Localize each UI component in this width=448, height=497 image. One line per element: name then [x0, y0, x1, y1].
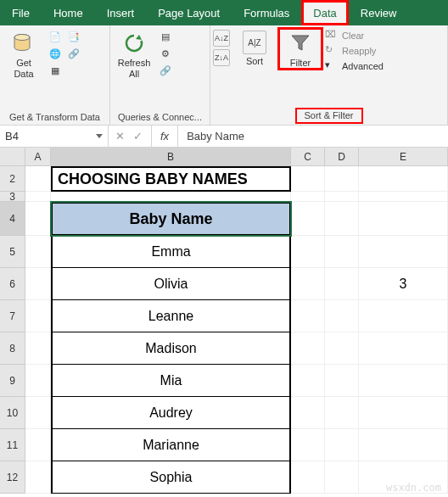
- sort-az-za: A↓Z A|Z Sort Z↓A: [213, 29, 276, 67]
- table-row[interactable]: Madison: [51, 332, 291, 365]
- tab-review[interactable]: Review: [349, 0, 409, 25]
- from-text-button[interactable]: 📄: [47, 29, 64, 44]
- funnel-reapply-icon: ↻: [325, 44, 339, 58]
- properties-icon: ⚙: [159, 47, 172, 60]
- queries-button[interactable]: ▤: [157, 29, 174, 44]
- get-data-button[interactable]: Get Data: [3, 29, 45, 79]
- worksheet-grid: 2 3 4 5 6 7 8 9 10 11 12 CHOOSING BABY N…: [0, 166, 448, 494]
- rowhead-6[interactable]: 6: [0, 268, 25, 300]
- filter-button[interactable]: Filter: [279, 29, 322, 69]
- table-row[interactable]: Mia: [51, 365, 291, 397]
- table-row[interactable]: Marianne: [51, 429, 291, 461]
- refresh-all-button[interactable]: Refresh All: [113, 29, 155, 79]
- list-icon: ▤: [159, 30, 172, 43]
- group-label-sort-filter: Sort & Filter: [296, 109, 362, 123]
- formula-bar-row: B4 ✕ ✓ fx Baby Name: [0, 126, 448, 148]
- edit-links-button[interactable]: 🔗: [157, 63, 174, 78]
- reapply-button[interactable]: ↻Reapply: [325, 44, 384, 58]
- watermark: wsxdn.com: [386, 482, 441, 494]
- ribbon-tabs: File Home Insert Page Layout Formulas Da…: [0, 0, 448, 25]
- web-icon: 🌐: [48, 47, 62, 60]
- svg-point-1: [14, 35, 30, 41]
- existing-conn-button[interactable]: 🔗: [65, 46, 82, 61]
- sort-az-button[interactable]: A↓Z: [213, 30, 230, 47]
- rowhead-2[interactable]: 2: [0, 166, 25, 192]
- connection-icon: 🔗: [67, 47, 81, 60]
- group-label-queries: Queries & Connec...: [110, 110, 210, 125]
- tab-page-layout[interactable]: Page Layout: [146, 0, 232, 25]
- rowhead-11[interactable]: 11: [0, 429, 25, 461]
- table-icon: ▦: [48, 64, 62, 77]
- recent-sources-button[interactable]: 📑: [65, 29, 82, 44]
- accept-formula-button[interactable]: ✓: [133, 130, 143, 142]
- table-row[interactable]: Audrey: [51, 397, 291, 429]
- links-icon: 🔗: [159, 64, 172, 77]
- properties-button[interactable]: ⚙: [157, 46, 174, 61]
- refresh-icon: [120, 31, 148, 56]
- chevron-down-icon: [96, 134, 103, 138]
- tab-home[interactable]: Home: [42, 0, 95, 25]
- funnel-advanced-icon: ▾: [325, 59, 339, 73]
- from-web-button[interactable]: 🌐: [47, 46, 64, 61]
- sort-za-button[interactable]: Z↓A: [213, 49, 230, 66]
- header-cell-baby-name[interactable]: Baby Name: [51, 202, 291, 236]
- from-table-button[interactable]: ▦: [47, 63, 64, 78]
- rowhead-7[interactable]: 7: [0, 300, 25, 332]
- tab-file[interactable]: File: [0, 0, 42, 25]
- table-row[interactable]: Sophia: [51, 461, 291, 494]
- rowhead-9[interactable]: 9: [0, 365, 25, 397]
- funnel-icon: [287, 31, 314, 56]
- colhead-E[interactable]: E: [359, 148, 448, 166]
- rowhead-3[interactable]: 3: [0, 192, 25, 202]
- tab-data[interactable]: Data: [301, 0, 348, 25]
- value-cell-e6[interactable]: 3: [359, 268, 448, 300]
- table-row[interactable]: Olivia: [51, 268, 291, 300]
- name-box[interactable]: B4: [0, 126, 109, 147]
- column-headers: A B C D E: [0, 148, 448, 166]
- clear-filter-button[interactable]: ⌧Clear: [325, 29, 384, 42]
- colhead-C[interactable]: C: [291, 148, 325, 166]
- colhead-D[interactable]: D: [325, 148, 359, 166]
- rowhead-8[interactable]: 8: [0, 332, 25, 365]
- sort-button[interactable]: A|Z Sort: [233, 29, 276, 67]
- tab-formulas[interactable]: Formulas: [232, 0, 301, 25]
- recent-icon: 📑: [67, 30, 81, 43]
- ribbon: Get Data 📄 🌐 ▦ 📑 🔗 Get & Transform Data …: [0, 25, 448, 126]
- rowhead-12[interactable]: 12: [0, 461, 25, 494]
- colhead-B[interactable]: B: [51, 148, 291, 166]
- tab-insert[interactable]: Insert: [95, 0, 147, 25]
- fx-icon[interactable]: fx: [160, 130, 169, 142]
- title-cell[interactable]: CHOOSING BABY NAMES: [51, 166, 291, 192]
- text-file-icon: 📄: [48, 30, 62, 43]
- cancel-formula-button[interactable]: ✕: [115, 130, 125, 142]
- colhead-A[interactable]: A: [25, 148, 51, 166]
- sort-icon: A|Z: [243, 31, 266, 54]
- table-row[interactable]: Leanne: [51, 300, 291, 332]
- rowhead-5[interactable]: 5: [0, 236, 25, 268]
- table-row[interactable]: Emma: [51, 236, 291, 268]
- select-all-corner[interactable]: [0, 148, 25, 166]
- formula-input[interactable]: Baby Name: [187, 130, 244, 142]
- funnel-clear-icon: ⌧: [325, 29, 339, 42]
- group-label-get-transform: Get & Transform Data: [0, 110, 109, 125]
- advanced-filter-button[interactable]: ▾Advanced: [325, 59, 384, 73]
- rowhead-4[interactable]: 4: [0, 202, 25, 236]
- rowhead-10[interactable]: 10: [0, 397, 25, 429]
- database-icon: [10, 31, 37, 56]
